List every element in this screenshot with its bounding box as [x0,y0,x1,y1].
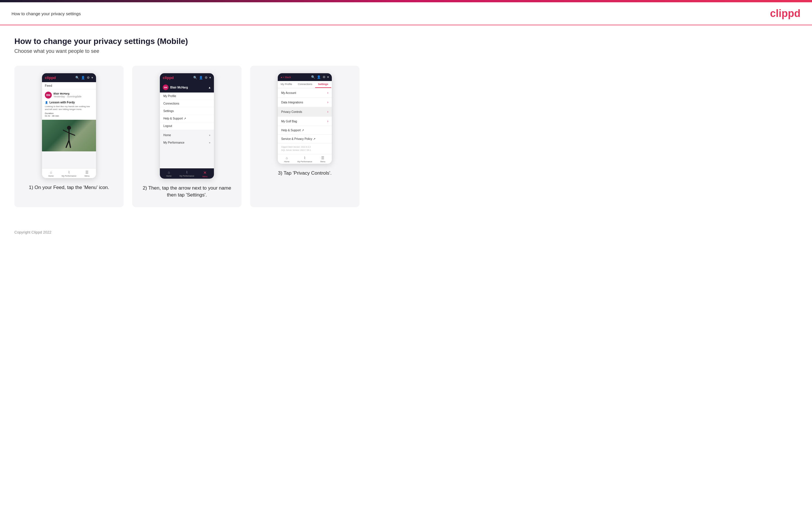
header-logo: clippd [770,7,801,19]
search-icon: 🔍 [75,76,80,79]
page-subheading: Choose what you want people to see [14,48,798,54]
tab-settings[interactable]: Settings [315,81,331,88]
feed-tab: Feed [42,82,96,89]
settings-data-integrations: Data Integrations › [278,98,332,107]
nav-home-3: ⌂ Home [278,156,296,163]
header-title: How to change your privacy settings [11,11,81,16]
menu-item-connections: Connections [160,100,214,107]
close-icon: ✕ [203,170,207,175]
settings-list: My Account › Data Integrations › Privacy… [278,88,332,143]
nav-menu-3: ☰ Menu [314,156,332,163]
feed-text: Looking to feel like my hands are exitin… [45,105,93,111]
footer-copyright: Copyright Clippd 2022 [14,230,51,234]
nav-performance-1: ⌇ My Performance [60,170,78,177]
privacy-controls-arrow-icon: › [327,110,328,114]
home-icon: ⌂ [50,170,52,174]
svg-line-5 [69,140,70,147]
nav-performance-label-3: My Performance [297,161,312,163]
nav-menu-2: ✕ Menu [196,170,214,177]
menu-item-my-profile: My Profile [160,93,214,100]
golf-bag-label: My Golf Bag [281,120,297,123]
home-icon-3: ⌂ [286,156,288,160]
nav-home-label-2: Home [166,175,172,177]
help-label: Help & Support ↗ [281,129,304,132]
phone-icons-2: 🔍 👤 ⚙ ▾ [193,76,211,79]
settings-icon: ⚙ [87,76,90,79]
chevron-icon-3: ▾ [327,75,329,79]
phone-logo-2: clippd [163,75,174,80]
tab-connections[interactable]: Connections [295,81,315,88]
svg-point-0 [67,126,71,130]
search-icon-2: 🔍 [193,76,197,79]
avatar-2: BM [163,84,168,90]
feed-user-sub: Yesterday · Sunningdale [53,95,82,98]
lesson-title-text: Lesson with Fordy [49,101,75,104]
phone-icons-1: 🔍 👤 ⚙ ▾ [75,76,93,79]
settings-help: Help & Support ↗ [278,126,332,135]
user-icon-2: 👤 [199,76,203,79]
phone-body-2: BM Blair McHarg ▲ My Profile Connections… [160,82,214,168]
step-3-phone: ◂ < Back 🔍 👤 ⚙ ▾ My Profile Connections … [277,73,332,164]
nav-home-label-3: Home [284,161,290,163]
phone-body-1: Feed BM Blair McHarg Yesterday · Sunning… [42,82,96,168]
settings-icon-2: ⚙ [205,76,208,79]
performance-chevron-icon: ▾ [209,141,210,144]
phone-nav-2: clippd 🔍 👤 ⚙ ▾ [160,73,214,82]
svg-line-2 [63,130,69,133]
feed-duration: Duration 01 hr : 30 min [45,112,93,117]
menu-item-settings: Settings [160,107,214,115]
golfer-silhouette [59,124,79,151]
lesson-title: 👤 Lesson with Fordy [45,100,93,105]
step-2-description: 2) Then, tap the arrow next to your name… [138,185,236,199]
back-link: ◂ < Back [281,76,291,79]
performance-icon-2: ⌇ [186,170,188,174]
settings-privacy-policy: Service & Privacy Policy ↗ [278,135,332,143]
nav-menu-label-2: Menu [202,175,208,177]
step-3-card: ◂ < Back 🔍 👤 ⚙ ▾ My Profile Connections … [250,66,359,207]
version-line-2: GQL Server Version: 2022.7.30-1 [281,149,311,151]
lesson-icon: 👤 [45,101,48,104]
feed-user: BM Blair McHarg Yesterday · Sunningdale [45,92,93,99]
nav-performance-3: ⌇ My Performance [296,156,314,163]
nav-performance-label-2: My Performance [180,175,194,177]
search-icon-3: 🔍 [311,75,315,79]
bottom-nav-3: ⌂ Home ⌇ My Performance ☰ Menu [278,154,332,164]
nav-home-label: Home [48,175,54,177]
duration-label: Duration [45,112,53,115]
avatar-1: BM [45,92,52,99]
version-line-1: Clippd Client Version: 2022.8.3-3 [281,146,310,148]
nav-home-2: ⌂ Home [160,170,178,177]
my-account-label: My Account [281,91,296,95]
settings-my-account: My Account › [278,88,332,98]
feed-user-name: Blair McHarg [53,92,82,95]
header: How to change your privacy settings clip… [0,2,812,25]
step-1-card: clippd 🔍 👤 ⚙ ▾ Feed BM [14,66,123,207]
nav-menu-label: Menu [85,175,90,177]
privacy-policy-label: Service & Privacy Policy ↗ [281,137,315,140]
menu-item-logout: Logout [160,122,214,130]
bottom-nav-1: ⌂ Home ⌇ My Performance ☰ Menu [42,168,96,178]
menu-user-left: BM Blair McHarg [163,84,188,90]
tab-my-profile[interactable]: My Profile [278,81,295,88]
home-chevron-icon: ▾ [209,134,210,137]
page-heading: How to change your privacy settings (Mob… [14,37,798,46]
user-icon-3: 👤 [317,75,321,79]
settings-golf-bag: My Golf Bag › [278,117,332,126]
step-2-card: clippd 🔍 👤 ⚙ ▾ BM Blair McHarg [132,66,242,207]
nav-performance-label: My Performance [61,175,76,177]
back-chevron-icon: ◂ [281,76,282,79]
privacy-controls-label: Privacy Controls [281,110,302,113]
svg-line-4 [66,140,69,147]
step-2-phone: clippd 🔍 👤 ⚙ ▾ BM Blair McHarg [160,73,214,179]
top-accent-bar [0,0,812,2]
phone-icons-3: 🔍 👤 ⚙ ▾ [311,75,329,79]
settings-back-bar: ◂ < Back 🔍 👤 ⚙ ▾ [278,73,332,81]
step-1-description: 1) On your Feed, tap the 'Menu' icon. [29,184,109,191]
settings-privacy-controls: Privacy Controls › [278,107,332,117]
menu-collapse-icon: ▲ [208,86,211,89]
golf-bag-arrow-icon: › [327,119,328,123]
settings-tabs: My Profile Connections Settings [278,81,332,88]
footer: Copyright Clippd 2022 [0,224,812,240]
bottom-nav-2: ⌂ Home ⌇ My Performance ✕ Menu [160,168,214,179]
step-3-description: 3) Tap 'Privacy Controls'. [278,170,332,177]
